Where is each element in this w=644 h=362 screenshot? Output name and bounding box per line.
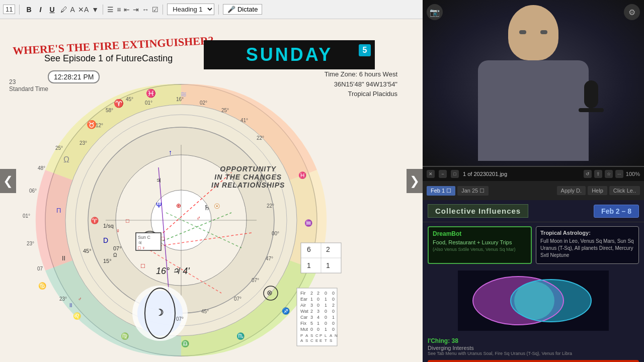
- svg-text:6: 6: [307, 245, 311, 253]
- svg-text:1: 1: [326, 261, 330, 269]
- iching-subtitle: Diverging Interests: [428, 345, 639, 351]
- svg-text:0: 0: [325, 291, 327, 296]
- jan25-tab[interactable]: Jan 25 ☐: [457, 186, 489, 196]
- astrology-chart: Ψ ⊕ ♄ ☉ ♂ D 07° Ω 15° ♀ □ ♃ ♈ 45° □ ↑ 16…: [5, 69, 357, 361]
- svg-text:⊗: ⊗: [267, 289, 273, 297]
- svg-text:♍: ♍: [121, 332, 129, 340]
- svg-text:E: E: [319, 338, 322, 343]
- svg-text:Ω: Ω: [113, 252, 117, 258]
- sunday-badge: 5: [359, 44, 371, 56]
- share-icon[interactable]: ⇧: [594, 170, 602, 178]
- svg-text:2: 2: [310, 291, 313, 296]
- checkbox-icon[interactable]: ☑: [152, 6, 158, 14]
- svg-text:♓: ♓: [298, 171, 307, 179]
- person-body: [478, 60, 589, 161]
- svg-text:0: 0: [325, 315, 327, 320]
- svg-text:23°: 23°: [59, 296, 67, 302]
- svg-text:23°: 23°: [27, 241, 34, 246]
- dictate-button[interactable]: 🎤 Dictate: [223, 4, 262, 15]
- highlight-icon[interactable]: 🖊: [60, 6, 67, 14]
- bold-button[interactable]: B: [24, 5, 34, 15]
- svg-text:♎: ♎: [181, 339, 190, 348]
- italic-button[interactable]: I: [37, 5, 44, 15]
- svg-text:II: II: [62, 254, 65, 262]
- svg-text:2: 2: [310, 309, 313, 314]
- separator-2: [103, 5, 103, 15]
- nav-arrow-right[interactable]: ❯: [407, 169, 423, 193]
- svg-text:♓: ♓: [146, 88, 156, 98]
- topbar-zoom: 100%: [626, 171, 640, 177]
- svg-text:07°: 07°: [113, 245, 122, 251]
- font-color-icon[interactable]: A: [70, 6, 75, 14]
- eye-right: [540, 30, 547, 34]
- toolbar: 11 B I U 🖊 A ✕A ▼ ☰ ≡ ⇤ ⇥ ↔ ☑ Heading 1 …: [0, 0, 423, 19]
- svg-text:Wat: Wat: [300, 309, 308, 314]
- collective-topbar: ✕ − □ 1 of 20230201.jpg ↺ ⇧ ☆ ··· 100%: [423, 167, 644, 181]
- date-tabs: Feb 1 ☐ Jan 25 ☐: [427, 186, 489, 196]
- svg-text:25°: 25°: [55, 145, 63, 151]
- dreambot-note: (Also Venus Sxtile Venus, Venus Sq Mar): [433, 247, 527, 252]
- svg-text:T: T: [325, 338, 327, 343]
- close-icon[interactable]: ✕: [427, 170, 435, 178]
- feb1-tab[interactable]: Feb 1 ☐: [427, 186, 455, 196]
- svg-text:Fix: Fix: [300, 321, 306, 326]
- clear-format-icon[interactable]: ✕A: [78, 6, 89, 14]
- svg-text:Car: Car: [300, 315, 308, 320]
- topbar-filename: 1 of 20230201.jpg: [463, 171, 507, 177]
- main-container: 11 B I U 🖊 A ✕A ▼ ☰ ≡ ⇤ ⇥ ↔ ☑ Heading 1 …: [0, 0, 644, 362]
- svg-text:□: □: [161, 235, 165, 241]
- indent-inc-icon[interactable]: ⇥: [133, 6, 139, 14]
- more-icon[interactable]: ···: [615, 170, 623, 178]
- svg-text:0: 0: [317, 297, 319, 302]
- star-icon[interactable]: ☆: [605, 170, 613, 178]
- chart-area: WHERE'S THE FIRE EXTINGUISHER? SUNDAY 5 …: [0, 19, 423, 362]
- svg-text:01°: 01°: [145, 100, 152, 106]
- collective-header: Collective Influences Feb 2 – 8: [423, 200, 644, 222]
- venn-diagram-area: [423, 268, 644, 333]
- indent-dec-icon[interactable]: ⇤: [124, 6, 130, 14]
- click-left-btn[interactable]: Click Le..: [609, 186, 640, 195]
- svg-text:Mut: Mut: [300, 327, 308, 332]
- bullet-list-icon[interactable]: ☰: [107, 6, 114, 14]
- svg-text:♂: ♂: [78, 296, 82, 302]
- svg-text:S: S: [310, 333, 313, 338]
- underline-button[interactable]: U: [47, 5, 57, 15]
- omega-text: 16° ♃ 4': [156, 265, 190, 277]
- svg-text:2: 2: [317, 291, 319, 296]
- heading-select[interactable]: Heading 1: [167, 4, 214, 15]
- numbered-list-icon[interactable]: ≡: [117, 6, 121, 14]
- dreambot-card: DreamBot Food, Restaurant + Luxury Trips…: [428, 226, 532, 264]
- left-panel: 11 B I U 🖊 A ✕A ▼ ☰ ≡ ⇤ ⇥ ↔ ☑ Heading 1 …: [0, 0, 423, 362]
- svg-text:0: 0: [310, 327, 313, 332]
- svg-text:II: II: [69, 303, 72, 308]
- seeking-bar: SEEKING (hunting sustenance, drama, ener…: [428, 360, 639, 362]
- tropical-content: Full Moon in Leo, Venus Sq Mars, Sun Sq …: [540, 238, 634, 259]
- svg-text:♀: ♀: [116, 227, 120, 234]
- svg-text:C: C: [315, 333, 318, 338]
- timezone-info: Time Zone: 6 hours West 36N15'48" 94W13'…: [325, 69, 397, 99]
- opportunity-text: OPPORTUNITY IN THE CHANGES IN RELATIONSH…: [211, 165, 285, 189]
- svg-text:45°: 45°: [83, 248, 92, 254]
- iching-note: See Tab Menu with Uranus Soal, Fire Sq U…: [428, 351, 639, 356]
- svg-text:☽: ☽: [155, 308, 164, 318]
- svg-text:3: 3: [310, 303, 313, 308]
- nav-arrow-left[interactable]: ❮: [0, 169, 16, 193]
- svg-text:♉: ♉: [87, 120, 97, 129]
- settings-icon: ⚙: [624, 4, 640, 20]
- svg-text:0: 0: [317, 327, 319, 332]
- font-size-input[interactable]: 11: [3, 5, 15, 14]
- tropical-card: Tropical Astrology: Full Moon in Leo, Ve…: [536, 226, 639, 264]
- minimize-icon[interactable]: −: [439, 170, 447, 178]
- svg-text:P: P: [319, 333, 322, 338]
- apply-date-btn[interactable]: Apply D.: [557, 186, 586, 195]
- svg-text:Π: Π: [56, 207, 61, 214]
- ltr-icon[interactable]: ↔: [142, 6, 149, 14]
- svg-text:4: 4: [317, 315, 319, 320]
- svg-text:1: 1: [325, 303, 327, 308]
- person-video: 📷 ⚙: [423, 0, 644, 166]
- svg-text:0: 0: [325, 321, 327, 326]
- format-dropdown-icon[interactable]: ▼: [92, 6, 99, 14]
- help-btn[interactable]: Help: [588, 186, 607, 195]
- maximize-icon[interactable]: □: [451, 170, 459, 178]
- refresh-icon[interactable]: ↺: [584, 170, 592, 178]
